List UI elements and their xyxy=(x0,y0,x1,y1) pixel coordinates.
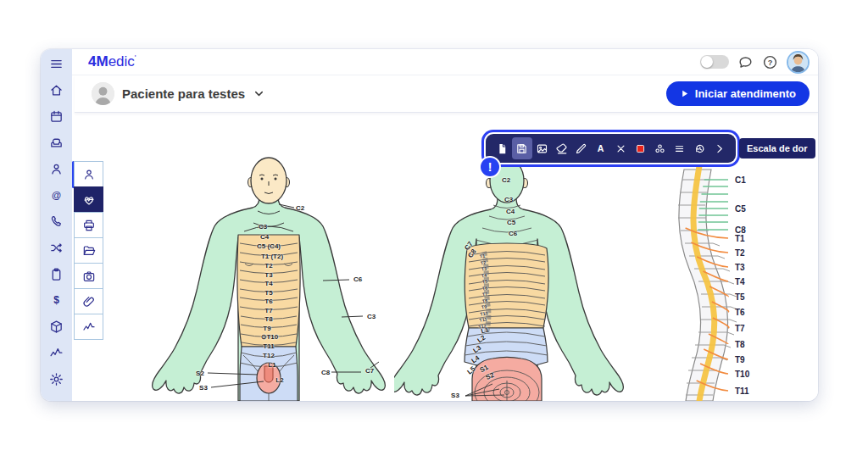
logo-mark: ' xyxy=(135,53,136,62)
dermatome-label-C7: C7 xyxy=(365,367,374,375)
svg-text:$: $ xyxy=(53,294,59,306)
user-avatar[interactable] xyxy=(787,51,810,74)
spine-label-C5: C5 xyxy=(735,204,746,214)
tool-text[interactable]: A xyxy=(591,137,610,159)
activity-icon xyxy=(82,320,96,334)
spine-label-T8: T8 xyxy=(735,340,745,349)
sofa-icon xyxy=(49,136,64,150)
app-header: 4Medic' ? xyxy=(72,49,818,75)
dermatome-label-S3: S3 xyxy=(199,384,208,392)
sidebar-item-reports[interactable] xyxy=(41,340,72,366)
dermatome-label-T1: T1 xyxy=(479,253,485,259)
front-body-figure: C2C3C4C5 (C4)T1 (T2)T2T3T4T5T6T7T8T9⊙T10… xyxy=(136,155,390,401)
dermatome-label-C4: C4 xyxy=(506,208,515,215)
dermatome-label-C5: C5 xyxy=(507,219,515,226)
sidebar-item-waiting-room[interactable] xyxy=(41,130,72,156)
app-window: @$ 4Medic' ? xyxy=(0,0,868,456)
tool-save[interactable] xyxy=(512,137,531,159)
sidebar-item-settings[interactable] xyxy=(41,366,72,392)
tools-subsidebar xyxy=(74,161,103,340)
sidebar-item-menu[interactable] xyxy=(41,51,72,77)
spine-label-T3: T3 xyxy=(735,263,745,272)
sidebar-item-billing[interactable]: $ xyxy=(41,287,72,314)
sidebar-item-mentions[interactable]: @ xyxy=(41,182,72,209)
subsidebar-item-exams-chart[interactable] xyxy=(74,314,103,340)
app-logo: 4Medic' xyxy=(88,53,136,70)
spine-label-T6: T6 xyxy=(735,308,745,317)
sidebar-item-records[interactable] xyxy=(41,261,72,287)
dermatome-label-T6: T6 xyxy=(264,298,272,305)
pain-scale-button[interactable]: Escala de dor xyxy=(739,138,815,158)
annotation-toolbar: A xyxy=(486,134,736,163)
logo-rest: edic xyxy=(108,53,135,70)
sidebar-item-referrals[interactable] xyxy=(41,235,72,261)
dermatome-label-C8: C8 xyxy=(321,369,330,376)
start-care-button[interactable]: Iniciar atendimento xyxy=(666,81,810,106)
text-icon: A xyxy=(594,142,607,155)
tool-draw[interactable] xyxy=(571,137,591,159)
dermatome-label-C6: C6 xyxy=(353,275,362,283)
dermatome-label-C5C4: C5 (C4) xyxy=(257,242,281,250)
sidebar-item-calls[interactable] xyxy=(41,209,72,235)
svg-text:?: ? xyxy=(768,58,773,66)
sidebar-item-patients[interactable] xyxy=(41,156,72,182)
tool-eraser[interactable] xyxy=(552,137,571,159)
printer-icon xyxy=(82,219,96,232)
at-icon: @ xyxy=(49,188,64,203)
help-button[interactable]: ? xyxy=(762,54,778,70)
file-icon xyxy=(496,142,509,155)
package-icon xyxy=(49,320,64,334)
tool-options[interactable] xyxy=(670,137,689,159)
subsidebar-item-print[interactable] xyxy=(74,212,103,238)
tool-document[interactable] xyxy=(492,137,512,159)
dermatome-label-T12: T12 xyxy=(478,323,487,330)
dermatome-label-C6: C6 xyxy=(509,230,517,237)
subsidebar-item-profile[interactable] xyxy=(74,161,103,187)
dermatome-label-T7: T7 xyxy=(264,307,272,314)
sidebar-item-packages[interactable] xyxy=(41,314,72,340)
dermatome-label-T2: T2 xyxy=(480,259,486,265)
alert-badge: ! xyxy=(481,158,499,176)
save-icon xyxy=(515,142,528,155)
sidebar-item-schedule[interactable] xyxy=(41,103,72,130)
phone-icon xyxy=(49,214,64,229)
dermatome-label-T7: T7 xyxy=(481,291,487,297)
gear-icon xyxy=(49,372,64,386)
tool-delete[interactable] xyxy=(611,137,631,159)
patient-selector[interactable]: Paciente para testes xyxy=(92,82,265,105)
back-body-figure: C2C3C4C5C6C7C8L1L2L3L4L5S1S2S3T1T2T3T4T5… xyxy=(394,157,648,401)
spine-label-C1: C1 xyxy=(735,175,746,185)
dermatome-label-S3: S3 xyxy=(451,392,459,399)
clipboard-icon xyxy=(49,267,64,281)
spine-label-T11: T11 xyxy=(735,386,749,396)
tool-history[interactable] xyxy=(690,137,709,159)
dermatome-label-T4: T4 xyxy=(481,272,487,278)
chevron-right-icon xyxy=(713,142,726,155)
menu-icon xyxy=(49,57,64,71)
dermatome-label-C2: C2 xyxy=(502,176,510,184)
subsidebar-item-vitals[interactable] xyxy=(74,186,103,213)
tool-more[interactable] xyxy=(709,137,729,159)
dermatome-label-T3: T3 xyxy=(481,265,487,271)
dermatome-label-C3: C3 xyxy=(504,196,513,203)
dermatome-label-T1T2: T1 (T2) xyxy=(261,253,283,260)
dermatome-label-C3: C3 xyxy=(367,313,376,320)
theme-toggle[interactable] xyxy=(700,55,729,69)
eraser-icon xyxy=(555,142,568,155)
logo-bold: 4M xyxy=(88,53,108,70)
chat-icon xyxy=(737,54,754,70)
tool-image[interactable] xyxy=(532,137,552,159)
shapes-icon xyxy=(654,142,666,155)
dermatome-label-C4: C4 xyxy=(260,233,269,241)
dermatome-label-T12: T12 xyxy=(263,352,275,359)
chat-button[interactable] xyxy=(737,54,754,70)
calendar-icon xyxy=(49,109,64,124)
tool-shapes[interactable] xyxy=(650,137,670,159)
subsidebar-item-attachments[interactable] xyxy=(74,288,103,314)
sidebar-item-home[interactable] xyxy=(41,77,72,103)
pencil-icon xyxy=(575,142,587,155)
subsidebar-item-files[interactable] xyxy=(74,237,103,264)
subsidebar-item-photos[interactable] xyxy=(74,263,103,289)
spine-label-T9: T9 xyxy=(735,355,745,364)
tool-color[interactable] xyxy=(631,137,650,159)
